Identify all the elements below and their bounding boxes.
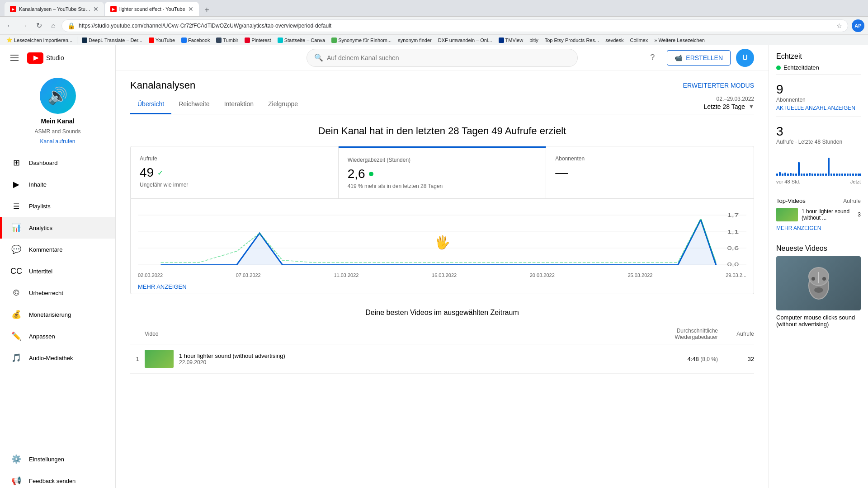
bookmark-dxf[interactable]: DXF umwandeln – Onl... [435,37,495,43]
reload-button[interactable]: ↻ [33,19,45,32]
bookmark-synonyme[interactable]: Synonyme für Einhorn... [329,37,394,43]
sidebar-item-urheberrecht[interactable]: © Urheberrecht [0,282,115,304]
sidebar-item-analytics[interactable]: 📊 Analytics [0,217,115,239]
bookmark-synonym-label: synonym finder [398,38,432,43]
search-input[interactable] [327,54,570,61]
tab-interaktion-label: Interaktion [224,100,254,108]
bookmark-deepl[interactable]: DeepL Translate – Der... [79,37,145,43]
tab-bar: ▶ Kanalanalysen – YouTube Studio ✕ ▶ lig… [0,0,868,16]
bookmark-collmex[interactable]: Collmex [627,37,651,43]
hamburger-button[interactable] [7,51,22,65]
bookmark-sevdesk[interactable]: sevdesk [603,37,626,43]
table-row[interactable]: 1 1 hour lighter sound (without advertis… [130,344,754,374]
create-button[interactable]: 📹 ERSTELLEN [667,50,731,66]
sidebar-label-kommentare: Kommentare [29,246,62,253]
sidebar-item-inhalte[interactable]: ▶ Inhalte [0,174,115,195]
metric-aufrufe[interactable]: Aufrufe 49 ✓ Ungefähr wie immer [131,146,339,198]
metric-abonnenten[interactable]: Abonnenten — [546,146,754,198]
sidebar-item-kommentare[interactable]: 💬 Kommentare [0,239,115,260]
td-num: 1 [130,344,145,374]
metric-aufrufe-title: Aufrufe [140,155,329,162]
svg-rect-23 [811,174,813,176]
bookmark-bitly[interactable]: bitly [527,37,541,43]
chart-fill-wiedergabezeit [160,220,716,265]
x-label-3: 16.03.2022 [432,272,457,278]
channel-avatar[interactable]: 🔊 [40,78,76,114]
svg-rect-39 [855,174,857,176]
user-avatar-button[interactable]: U [736,49,754,67]
bookmark-lesezeichen[interactable]: ⭐ Lesezeichen importieren... [4,37,75,43]
tab-zielgruppe[interactable]: Zielgruppe [261,95,305,114]
current-count-link[interactable]: AKTUELLE ANZAHL ANZEIGEN [776,105,861,111]
help-button[interactable]: ? [643,49,661,67]
chevron-down-icon: ▼ [749,103,754,110]
yt-studio-logo[interactable]: Studio [27,52,64,64]
newest-videos-section: Neueste Videos Computer mouse clicks sou… [776,244,861,328]
profile-icon[interactable]: AP [852,19,864,32]
analytics-headline: Dein Kanal hat in den letzten 28 Tagen 4… [130,125,754,137]
channel-link[interactable]: Kanal aufrufen [40,138,75,145]
metric-wiedergabezeit[interactable]: Wiedergabezeit (Stunden) 2,6 419 % mehr … [339,146,547,198]
star-icon[interactable]: ☆ [836,22,842,29]
panel-mehr-anzeigen[interactable]: MEHR ANZEIGEN [776,225,861,231]
bookmark-tumblr[interactable]: Tumblr [213,37,241,43]
new-tab-button[interactable]: + [201,4,213,16]
hamburger-line [10,60,19,61]
period-selector[interactable]: Letzte 28 Tage ▼ [704,103,755,110]
chart-mehr-anzeigen[interactable]: MEHR ANZEIGEN [138,283,746,290]
back-button[interactable]: ← [4,19,16,32]
bookmark-more[interactable]: » Weitere Lesezeichen [651,37,708,43]
sidebar-item-untertitel[interactable]: CC Untertitel [0,260,115,282]
tab-interaktion[interactable]: Interaktion [217,95,261,114]
top-video-item[interactable]: 1 hour lighter sound (without ... 3 [776,208,861,221]
best-videos-title: Deine besten Videos im ausgewählten Zeit… [130,309,754,317]
tab2-close[interactable]: ✕ [188,5,193,13]
hamburger-line [10,57,19,58]
bookmark-tmview[interactable]: TMView [496,37,526,43]
tab-uebersicht[interactable]: Übersicht [130,95,171,114]
youtube-logo-icon [27,52,43,64]
chart-container: 🖐️ 1,7 1,1 0,6 0,0 [130,199,754,294]
feedback-icon: 📢 [11,475,22,486]
bookmark-synonym[interactable]: synonym finder [395,37,434,43]
date-range-selector[interactable]: 02.–29.03.2022 Letzte 28 Tage ▼ [704,96,755,114]
pinterest-icon [245,38,250,43]
date-range-dates: 02.–29.03.2022 [717,96,754,102]
sidebar-item-anpassen[interactable]: ✏️ Anpassen [0,325,115,347]
metric-wiedergabezeit-value: 2,6 [348,167,365,181]
address-bar[interactable]: 🔒 https://studio.youtube.com/channel/UCv… [61,19,848,32]
tab-reichweite[interactable]: Reichweite [171,95,217,114]
top-videos-title: Top-Videos [776,197,806,204]
newest-video-thumb[interactable] [776,256,861,310]
bookmark-pinterest[interactable]: Pinterest [242,37,274,43]
tab1-title: Kanalanalysen – YouTube Studio [19,6,90,12]
dashboard-icon: ⊞ [11,157,22,168]
subscribers-section: 9 Abonnenten AKTUELLE ANZAHL ANZEIGEN [776,82,861,117]
search-bar[interactable]: 🔍 [307,49,578,67]
sidebar-item-audio-mediathek[interactable]: 🎵 Audio-Mediathek [0,347,115,369]
extended-mode-link[interactable]: ERWEITERTER MODUS [683,82,754,89]
tab-1[interactable]: ▶ Kanalanalysen – YouTube Studio ✕ [5,2,104,16]
sidebar-item-dashboard[interactable]: ⊞ Dashboard [0,152,115,174]
sidebar-label-feedback: Feedback senden [29,478,75,484]
sidebar-label-inhalte: Inhalte [29,181,47,188]
metric-aufrufe-value: 49 [140,165,154,180]
svg-rect-36 [847,174,849,176]
tab1-close[interactable]: ✕ [93,5,99,13]
x-label-6: 29.03.2... [726,272,746,278]
panel-video-title-text: 1 hour lighter sound (without ... [802,208,854,221]
sidebar-item-einstellungen[interactable]: ⚙️ Einstellungen [0,448,115,470]
sidebar-item-playlists[interactable]: ☰ Playlists [0,195,115,217]
bookmark-youtube[interactable]: YouTube [146,37,178,43]
forward-button[interactable]: → [18,19,31,32]
tab-2[interactable]: ▶ lighter sound effect - YouTube ✕ [105,2,199,16]
bookmark-tumblr-label: Tumblr [223,38,238,43]
sidebar-item-feedback[interactable]: 📢 Feedback senden [0,470,115,488]
bookmark-etsy[interactable]: Top Etsy Products Res... [542,37,602,43]
sidebar-item-monetarisierung[interactable]: 💰 Monetarisierung [0,304,115,325]
svg-rect-34 [841,174,843,176]
bookmark-canva[interactable]: Startseite – Canva [275,37,328,43]
home-button[interactable]: ⌂ [47,19,60,32]
bookmark-facebook[interactable]: Facebook [179,37,212,43]
customize-icon: ✏️ [11,331,22,342]
